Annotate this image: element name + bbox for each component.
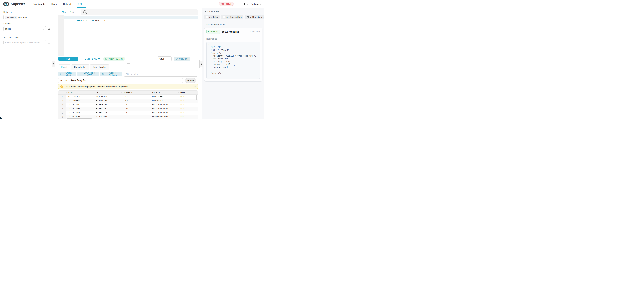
theme-menu[interactable] [243,2,248,5]
caret-down-icon [98,58,100,59]
sql-code-editor[interactable]: 1 SELECT * from long_lat [58,15,198,55]
column-header-street[interactable]: STREET [150,91,178,94]
sort-icon[interactable] [101,92,102,93]
limit-dropdown[interactable]: LIMIT: 1 000 [85,58,100,60]
column-header-lat[interactable]: LAT [94,91,122,94]
executed-query-row: SELECT * from long_lat 1k rows [58,78,198,83]
download-csv-button[interactable]: Download to CSV [77,72,99,76]
get-databases-button[interactable]: getDatabases [245,15,264,19]
refresh-tables-icon[interactable] [48,41,50,44]
refresh-schemas-icon[interactable] [48,28,50,30]
command-badge: COMMAND [206,30,220,34]
settings-menu[interactable]: Settings [251,3,261,5]
column-header-lon[interactable]: LON [66,91,94,94]
tab-query-insights[interactable]: Query Insights [90,64,109,69]
superset-logo[interactable]: Superset [3,0,25,8]
close-tab-icon[interactable]: × [72,11,74,13]
table-cell: 37.7806267 [94,103,122,107]
nav-datasets[interactable]: Datasets [60,0,75,8]
database-select[interactable]: postgresql examples [3,15,50,20]
nav-charts[interactable]: Charts [48,0,60,8]
horizontal-scrollbar[interactable] [67,118,92,119]
get-current-tab-button[interactable]: getCurrentTab [221,15,244,19]
table-cell: NULL [178,99,198,103]
save-button[interactable]: Save [157,57,167,61]
table-row: 4-122.428534137.7803851142Buchanan Stree… [58,107,198,111]
vertical-scrollbar[interactable] [196,95,198,100]
table-cell: NULL [178,107,198,111]
chevron-down-icon [247,3,248,4]
create-chart-button[interactable]: Create chart [58,72,76,76]
main-nav: Dashboards Charts Datasets SQL [30,0,88,8]
nav-sql[interactable]: SQL [75,0,88,8]
table-row: 5-122.428524737.78031721140Buchanan Stre… [58,111,198,115]
results-actions: Create chart Download to CSV Copy to Cli… [58,72,198,76]
schema-value: public [5,28,11,30]
table-cell: NULL [178,95,198,98]
table-cell: 37.780385 [94,107,122,111]
timer-value: 00:00:00.189 [108,58,123,60]
table-schema-label: See table schema [3,36,50,39]
row-number: 3 [58,103,66,107]
copy-link-button[interactable]: Copy link [174,57,190,61]
nav-dashboards[interactable]: Dashboards [30,0,48,8]
editor-gutter: 1 [58,15,64,55]
expand-right-pane-button[interactable] [200,61,203,67]
get-tabs-button[interactable]: getTabs [204,15,220,19]
table-cell: 1142 [122,107,150,111]
column-header-number[interactable]: NUMBER [122,91,150,94]
sort-icon[interactable] [74,92,75,93]
last-interaction-title: LAST INTERACTION [204,23,262,25]
new-tab-button[interactable]: + [82,9,89,15]
results-table-body: 1-122.391267237.7690928155004th StreetNU… [58,95,198,119]
left-pane-resize-handle[interactable] [56,60,56,68]
chevron-down-icon [260,3,262,4]
dismiss-warning-icon[interactable]: × [194,85,196,88]
more-options-icon[interactable] [192,59,196,59]
save-split-button: Save [157,56,172,61]
table-cell: Buchanan Street [150,103,178,107]
limit-label: LIMIT: [85,58,90,60]
row-number: 4 [58,107,66,111]
interaction-body: RESPONSE { "id": "1", "title": "Tab 1", … [204,36,262,81]
new-item-menu[interactable]: + [236,2,240,5]
editor-tab-1[interactable]: Tab 1 × [58,9,82,15]
schema-select[interactable]: public [3,26,46,31]
sun-icon [243,2,246,5]
last-interaction-card: COMMAND getCurrentTab 9:34:48 AM RESPONS… [204,28,262,81]
table-cell: Buchanan Street [150,115,178,119]
table-cell: 37.7803172 [94,111,122,115]
table-cell: 04th Street [150,99,178,103]
divider [3,48,50,48]
results-tabbar: Results Query history Query Insights [58,64,198,70]
sort-icon[interactable] [162,92,162,93]
command-timestamp: 9:34:48 AM [250,30,260,33]
file-cabinet-icon [246,16,248,18]
sql-lab-app: Superset Dashboards Charts Datasets SQL … [0,0,264,119]
save-dropdown-button[interactable] [167,57,171,61]
pane-resize-handle[interactable] [126,63,130,64]
collapse-left-pane-button[interactable] [52,61,56,67]
copy-clipboard-button[interactable]: Copy to Clipboard [100,72,122,76]
sort-icon[interactable] [134,92,135,93]
row-number: 6 [58,115,66,119]
superset-infinity-icon [3,2,10,6]
tab-query-history[interactable]: Query history [71,64,90,69]
table-select[interactable]: Select table or type to search tables [3,40,46,45]
table-row: 3-122.42857737.78062671160Buchanan Stree… [58,103,198,107]
tab-results[interactable]: Results [58,64,71,69]
sort-icon[interactable] [187,92,188,93]
column-header-unit[interactable]: UNIT [178,91,198,94]
navbar-right: flask-debug + Settings [219,0,261,8]
right-pane-resize-handle[interactable] [199,60,200,68]
drag-handle-icon [60,11,61,13]
table-cell: Buchanan Street [150,107,178,111]
table-cell: 1550 [122,95,150,98]
filter-results-input[interactable] [124,72,198,77]
environment-badge: flask-debug [219,2,234,6]
link-icon [176,58,178,60]
chart-icon [60,73,62,75]
run-button[interactable]: Run [58,57,78,61]
chevron-down-icon [83,3,85,4]
table-cell: 37.7694259 [94,99,122,103]
